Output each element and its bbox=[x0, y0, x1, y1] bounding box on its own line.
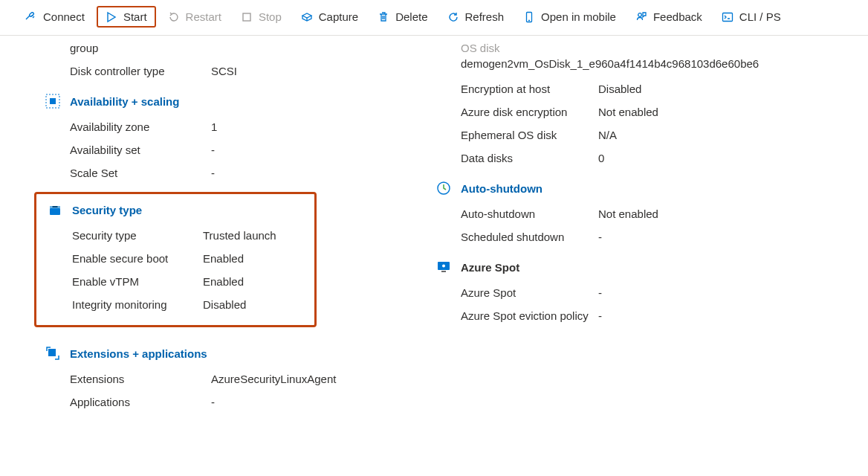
data-disks-value: 0 bbox=[598, 152, 604, 164]
azure-spot-icon bbox=[435, 259, 452, 275]
right-column: OS disk demogen2vm_OsDisk_1_e960a4f1414b… bbox=[461, 42, 847, 414]
scale-set-label: Scale Set bbox=[70, 167, 211, 179]
avail-set-label: Availability set bbox=[70, 144, 211, 156]
svg-rect-9 bbox=[50, 208, 60, 215]
auto-shutdown-heading-text: Auto-shutdown bbox=[461, 182, 542, 195]
svg-rect-2 bbox=[243, 13, 250, 21]
section-azure-spot: Azure Spot bbox=[435, 248, 847, 281]
availability-heading-text: Availability + scaling bbox=[70, 95, 179, 108]
integrity-value: Disabled bbox=[203, 298, 246, 311]
spot-eviction-value: - bbox=[598, 309, 602, 322]
capture-label: Capture bbox=[319, 10, 358, 23]
feedback-icon bbox=[635, 11, 647, 23]
applications-value: - bbox=[211, 396, 215, 408]
svg-point-15 bbox=[442, 265, 445, 268]
eph-os-label: Ephemeral OS disk bbox=[461, 129, 598, 141]
avail-zone-label: Availability zone bbox=[70, 120, 211, 133]
section-auto-shutdown[interactable]: Auto-shutdown bbox=[435, 170, 847, 202]
auto-shutdown-value: Not enabled bbox=[598, 208, 658, 220]
group-label-fragment: group bbox=[70, 42, 211, 54]
capture-icon bbox=[301, 11, 313, 23]
command-bar: Connect Start Restart Stop bbox=[0, 0, 868, 36]
security-type-label: Security type bbox=[72, 229, 203, 242]
delete-button[interactable]: Delete bbox=[370, 6, 435, 28]
connect-icon bbox=[25, 11, 37, 23]
delete-label: Delete bbox=[395, 10, 427, 23]
restart-icon bbox=[168, 11, 180, 23]
scheduled-shutdown-label: Scheduled shutdown bbox=[461, 231, 598, 243]
stop-button: Stop bbox=[233, 6, 289, 28]
availability-icon bbox=[45, 93, 61, 109]
disk-controller-label: Disk controller type bbox=[70, 65, 211, 77]
stop-label: Stop bbox=[259, 10, 282, 23]
secure-boot-value: Enabled bbox=[203, 252, 244, 265]
extensions-icon bbox=[45, 345, 61, 361]
capture-button[interactable]: Capture bbox=[294, 6, 366, 28]
feedback-button[interactable]: Feedback bbox=[628, 6, 710, 28]
trash-icon bbox=[378, 11, 389, 23]
cli-icon bbox=[722, 11, 733, 23]
clock-icon bbox=[435, 180, 452, 196]
section-extensions-applications[interactable]: Extensions + applications bbox=[45, 335, 461, 367]
spot-eviction-label: Azure Spot eviction policy bbox=[461, 309, 598, 322]
applications-label: Applications bbox=[70, 396, 211, 408]
avail-zone-value: 1 bbox=[211, 120, 217, 133]
cli-ps-button[interactable]: CLI / PS bbox=[714, 6, 788, 28]
stop-icon bbox=[241, 11, 253, 23]
svg-marker-1 bbox=[108, 13, 115, 22]
scheduled-shutdown-value: - bbox=[598, 231, 602, 243]
enc-host-value: Disabled bbox=[598, 83, 641, 95]
left-column: group Disk controller type SCSI Availabi… bbox=[45, 42, 461, 414]
vtpm-label: Enable vTPM bbox=[72, 275, 203, 288]
vtpm-value: Enabled bbox=[203, 275, 244, 288]
svg-rect-11 bbox=[53, 206, 58, 208]
eph-os-value: N/A bbox=[598, 129, 617, 141]
play-icon bbox=[106, 11, 117, 23]
ade-value: Not enabled bbox=[598, 106, 658, 118]
azure-spot-label: Azure Spot bbox=[461, 286, 598, 299]
os-disk-label-fragment: OS disk bbox=[461, 42, 847, 54]
data-disks-label: Data disks bbox=[461, 152, 598, 164]
section-security-type[interactable]: Security type bbox=[47, 199, 314, 224]
azure-spot-value: - bbox=[598, 286, 602, 299]
os-disk-value: demogen2vm_OsDisk_1_e960a4f1414b4c968103… bbox=[461, 54, 847, 77]
auto-shutdown-label: Auto-shutdown bbox=[461, 208, 598, 220]
extensions-value: AzureSecurityLinuxAgent bbox=[211, 373, 336, 385]
svg-rect-8 bbox=[50, 98, 56, 104]
security-heading-text: Security type bbox=[72, 204, 142, 216]
extensions-label: Extensions bbox=[70, 373, 211, 385]
content-area: group Disk controller type SCSI Availabi… bbox=[0, 36, 868, 414]
svg-rect-12 bbox=[48, 349, 56, 356]
svg-rect-16 bbox=[441, 271, 446, 272]
disk-controller-value: SCSI bbox=[211, 65, 237, 77]
svg-rect-6 bbox=[722, 13, 732, 21]
start-button[interactable]: Start bbox=[97, 6, 156, 28]
restart-label: Restart bbox=[186, 10, 221, 23]
mobile-label: Open in mobile bbox=[541, 10, 616, 23]
svg-point-5 bbox=[638, 13, 642, 16]
connect-button[interactable]: Connect bbox=[18, 6, 92, 28]
azure-spot-heading-text: Azure Spot bbox=[461, 261, 519, 274]
ade-label: Azure disk encryption bbox=[461, 106, 598, 118]
avail-set-value: - bbox=[211, 144, 215, 156]
secure-boot-label: Enable secure boot bbox=[72, 252, 203, 265]
connect-label: Connect bbox=[43, 10, 85, 23]
mobile-icon bbox=[523, 11, 535, 23]
refresh-button[interactable]: Refresh bbox=[440, 6, 512, 28]
security-type-highlight: Security type Security typeTrusted launc… bbox=[34, 192, 317, 327]
scale-set-value: - bbox=[211, 167, 215, 179]
security-icon bbox=[47, 202, 63, 218]
refresh-label: Refresh bbox=[465, 10, 505, 23]
feedback-label: Feedback bbox=[653, 10, 702, 23]
start-label: Start bbox=[123, 10, 147, 23]
open-in-mobile-button[interactable]: Open in mobile bbox=[516, 6, 624, 28]
restart-button: Restart bbox=[161, 6, 229, 28]
refresh-icon bbox=[447, 11, 459, 23]
integrity-label: Integrity monitoring bbox=[72, 298, 203, 311]
cli-label: CLI / PS bbox=[739, 10, 781, 23]
enc-host-label: Encryption at host bbox=[461, 83, 598, 95]
section-availability-scaling[interactable]: Availability + scaling bbox=[45, 83, 461, 115]
security-type-value: Trusted launch bbox=[203, 229, 276, 242]
extensions-heading-text: Extensions + applications bbox=[70, 347, 207, 360]
